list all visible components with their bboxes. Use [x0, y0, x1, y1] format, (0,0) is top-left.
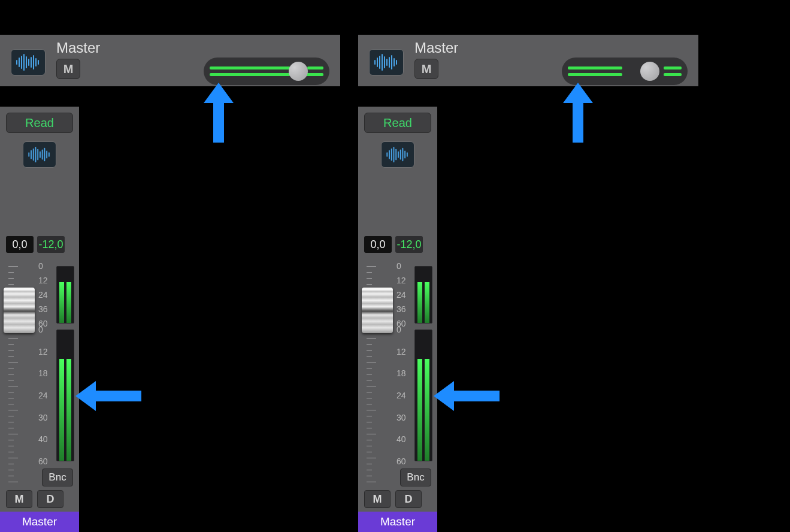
channel-strip-right: Read 0,0 -12,0 0122436600121824304060 Bn… [358, 107, 437, 532]
master-track-header-left: Master M [0, 35, 340, 86]
volume-slider-thumb[interactable] [640, 62, 659, 81]
level-readout: 0,0 -12,0 [6, 236, 65, 253]
channel-strip-left: Read 0,0 -12,0 0122436600121824304060 Bn… [0, 107, 79, 532]
svg-marker-41 [563, 83, 593, 143]
fader-cap[interactable] [362, 288, 393, 333]
audio-waveform-icon [369, 49, 404, 75]
bounce-button[interactable]: Bnc [42, 468, 73, 486]
bounce-button[interactable]: Bnc [400, 468, 431, 486]
audio-waveform-icon[interactable] [23, 141, 56, 168]
master-track-header-right: Master M [358, 35, 698, 86]
peak-level-value[interactable]: -12,0 [37, 236, 65, 253]
volume-slider-horizontal[interactable] [204, 58, 329, 85]
fader-level-value[interactable]: 0,0 [6, 236, 34, 253]
level-readout: 0,0 -12,0 [364, 236, 423, 253]
callout-arrow-left-icon [434, 381, 500, 411]
mute-button[interactable]: M [56, 59, 80, 79]
svg-marker-43 [434, 381, 500, 411]
automation-read-button[interactable]: Read [6, 113, 73, 133]
peak-level-value[interactable]: -12,0 [395, 236, 423, 253]
audio-waveform-icon[interactable] [381, 141, 414, 168]
callout-arrow-left-icon [75, 381, 141, 411]
channel-label[interactable]: Master [0, 512, 79, 532]
volume-slider-horizontal[interactable] [562, 58, 688, 85]
svg-marker-42 [75, 381, 141, 411]
dim-button[interactable]: D [395, 490, 422, 508]
callout-arrow-up-icon [204, 83, 234, 143]
callout-arrow-up-icon [563, 83, 593, 143]
level-meter-column: 0122436600121824304060 [38, 266, 74, 482]
automation-read-button[interactable]: Read [364, 113, 431, 133]
mute-button[interactable]: M [6, 490, 32, 508]
level-meter-column: 0122436600121824304060 [396, 266, 432, 482]
fader-level-value[interactable]: 0,0 [364, 236, 392, 253]
channel-label[interactable]: Master [358, 512, 437, 532]
mute-button[interactable]: M [364, 490, 391, 508]
volume-slider-thumb[interactable] [289, 62, 308, 81]
svg-marker-40 [204, 83, 234, 143]
track-title: Master [56, 40, 100, 56]
mute-button[interactable]: M [414, 59, 438, 79]
dim-button[interactable]: D [37, 490, 63, 508]
track-title: Master [414, 40, 458, 56]
fader-cap[interactable] [4, 288, 35, 333]
audio-waveform-icon [11, 49, 46, 75]
